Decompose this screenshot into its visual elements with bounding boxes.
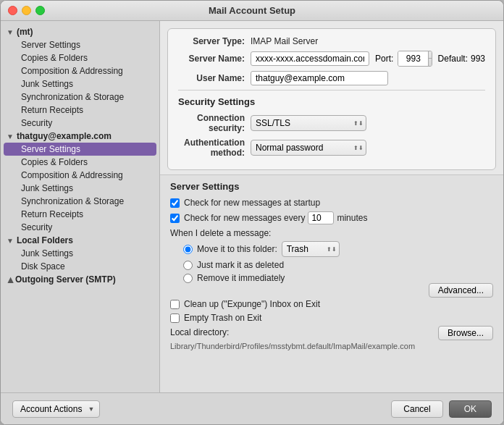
port-label: Port: bbox=[375, 54, 393, 64]
just-mark-deleted-row: Just mark it as deleted bbox=[183, 260, 493, 270]
sidebar-account-mt[interactable]: ▼ (mt) bbox=[1, 25, 159, 38]
main-window: Mail Account Setup ▼ (mt) Server Setting… bbox=[0, 0, 504, 425]
check-new-startup-checkbox[interactable] bbox=[170, 198, 180, 208]
check-new-every-label: Check for new messages every bbox=[184, 213, 305, 223]
sidebar-item-thatguy-return-receipts[interactable]: Return Receipts bbox=[1, 208, 159, 221]
connection-security-select[interactable]: SSL/TLS bbox=[251, 115, 366, 131]
auth-method-select[interactable]: Normal password bbox=[251, 140, 366, 156]
trash-folder-select[interactable]: Trash bbox=[282, 241, 340, 257]
remove-immediately-label: Remove it immediately bbox=[197, 273, 285, 283]
browse-button[interactable]: Browse... bbox=[438, 326, 493, 340]
check-interval-input[interactable] bbox=[308, 211, 334, 224]
sidebar-item-mt-junk[interactable]: Junk Settings bbox=[1, 77, 159, 91]
connection-security-label: Connection security: bbox=[178, 113, 251, 133]
username-label: User Name: bbox=[178, 73, 251, 83]
account-actions-wrap: Account Actions bbox=[12, 400, 100, 418]
delete-message-label: When I delete a message: bbox=[170, 228, 493, 238]
connection-security-wrap: SSL/TLS bbox=[251, 115, 366, 131]
local-directory-path: Library/Thunderbird/Profiles/msstybmt.de… bbox=[170, 342, 493, 350]
port-spinner: ▲ ▼ bbox=[429, 51, 432, 66]
clean-up-checkbox[interactable] bbox=[170, 300, 180, 309]
move-to-folder-radio[interactable] bbox=[183, 245, 193, 254]
sidebar-item-mt-copies-folders[interactable]: Copies & Folders bbox=[1, 51, 159, 64]
server-type-value: IMAP Mail Server bbox=[251, 36, 318, 46]
local-dir-section: Local directory: Browse... Library/Thund… bbox=[170, 327, 493, 350]
sidebar-item-local-disk-space[interactable]: Disk Space bbox=[1, 260, 159, 273]
ok-button[interactable]: OK bbox=[449, 400, 492, 418]
clean-up-label: Clean up ("Expunge") Inbox on Exit bbox=[184, 299, 320, 309]
close-button[interactable] bbox=[8, 6, 17, 15]
server-name-label: Server Name: bbox=[178, 54, 251, 64]
account-actions-button[interactable]: Account Actions bbox=[12, 400, 100, 418]
sidebar-item-mt-server-settings[interactable]: Server Settings bbox=[1, 38, 159, 51]
sidebar-item-thatguy-server-settings[interactable]: Server Settings bbox=[4, 143, 156, 156]
empty-trash-label: Empty Trash on Exit bbox=[184, 313, 261, 323]
maximize-button[interactable] bbox=[35, 6, 45, 15]
port-down-button[interactable]: ▼ bbox=[429, 59, 432, 66]
security-settings-title: Security Settings bbox=[178, 90, 485, 107]
main-content: Server Type: IMAP Mail Server Server Nam… bbox=[160, 21, 503, 392]
trash-select-wrap: Trash bbox=[282, 241, 340, 257]
sidebar-item-thatguy-security[interactable]: Security bbox=[1, 221, 159, 234]
footer-buttons: Cancel OK bbox=[391, 400, 492, 418]
arrow-icon-2: ▼ bbox=[7, 132, 14, 140]
arrow-icon-3: ▼ bbox=[7, 237, 14, 245]
port-up-button[interactable]: ▲ bbox=[429, 51, 432, 59]
sidebar-item-mt-sync[interactable]: Synchronization & Storage bbox=[1, 91, 159, 104]
auth-method-label: Authentication method: bbox=[178, 138, 251, 158]
check-new-startup-label: Check for new messages at startup bbox=[184, 198, 320, 208]
local-directory-label: Local directory: bbox=[170, 327, 229, 337]
window-body: ▼ (mt) Server Settings Copies & Folders … bbox=[1, 21, 503, 392]
window-title: Mail Account Setup bbox=[209, 5, 295, 16]
sidebar-account-outgoing[interactable]: ▶ Outgoing Server (SMTP) bbox=[1, 273, 159, 286]
sidebar-item-mt-composition[interactable]: Composition & Addressing bbox=[1, 64, 159, 77]
arrow-icon-4: ▶ bbox=[6, 277, 14, 282]
username-input[interactable] bbox=[251, 71, 388, 85]
just-mark-deleted-radio[interactable] bbox=[183, 261, 193, 270]
sidebar-item-thatguy-junk[interactable]: Junk Settings bbox=[1, 182, 159, 195]
default-value: 993 bbox=[471, 54, 485, 64]
empty-trash-row: Empty Trash on Exit bbox=[170, 313, 493, 323]
sidebar-item-thatguy-copies-folders[interactable]: Copies & Folders bbox=[1, 156, 159, 169]
server-name-row: Server Name: Port: ▲ ▼ Default: 993 bbox=[178, 51, 485, 67]
port-input[interactable] bbox=[398, 51, 429, 66]
move-to-folder-label: Move it to this folder: bbox=[197, 244, 277, 254]
check-new-every-row: Check for new messages every minutes bbox=[170, 211, 493, 224]
empty-trash-checkbox[interactable] bbox=[170, 314, 180, 323]
sidebar-account-local-folders-label: Local Folders bbox=[17, 235, 73, 245]
sidebar-item-local-junk[interactable]: Junk Settings bbox=[1, 247, 159, 260]
advanced-button[interactable]: Advanced... bbox=[429, 283, 493, 298]
username-row: User Name: bbox=[178, 71, 485, 85]
sidebar-item-thatguy-sync[interactable]: Synchronization & Storage bbox=[1, 195, 159, 208]
server-name-input[interactable] bbox=[251, 51, 369, 66]
bottom-section: Server Settings Check for new messages a… bbox=[160, 174, 503, 392]
arrow-icon: ▼ bbox=[7, 28, 14, 36]
check-new-startup-row: Check for new messages at startup bbox=[170, 198, 493, 208]
remove-immediately-radio[interactable] bbox=[183, 274, 193, 283]
sidebar-item-mt-return-receipts[interactable]: Return Receipts bbox=[1, 104, 159, 117]
remove-immediately-row: Remove it immediately bbox=[183, 273, 493, 283]
check-new-every-checkbox[interactable] bbox=[170, 214, 180, 223]
move-to-folder-row: Move it to this folder: Trash bbox=[183, 241, 493, 257]
server-type-label: Server Type: bbox=[178, 36, 251, 46]
minimize-button[interactable] bbox=[22, 6, 31, 15]
sidebar-account-thatguy[interactable]: ▼ thatguy@example.com bbox=[1, 130, 159, 143]
server-settings-title: Server Settings bbox=[170, 181, 493, 192]
title-bar: Mail Account Setup bbox=[1, 1, 503, 21]
server-card: Server Type: IMAP Mail Server Server Nam… bbox=[167, 28, 496, 170]
just-mark-deleted-label: Just mark it as deleted bbox=[197, 260, 284, 270]
sidebar-account-local-folders[interactable]: ▼ Local Folders bbox=[1, 234, 159, 247]
auth-method-wrap: Normal password bbox=[251, 140, 366, 156]
footer: Account Actions Cancel OK bbox=[1, 392, 503, 424]
sidebar-item-mt-security[interactable]: Security bbox=[1, 117, 159, 130]
server-type-row: Server Type: IMAP Mail Server bbox=[178, 36, 485, 46]
minutes-label: minutes bbox=[337, 213, 367, 223]
advanced-btn-row: Advanced... bbox=[170, 286, 493, 298]
default-label: Default: bbox=[438, 54, 468, 64]
sidebar-account-thatguy-label: thatguy@example.com bbox=[17, 131, 112, 141]
sidebar: ▼ (mt) Server Settings Copies & Folders … bbox=[1, 21, 160, 392]
local-dir-header-row: Local directory: Browse... bbox=[170, 327, 493, 340]
window-controls bbox=[8, 6, 45, 15]
cancel-button[interactable]: Cancel bbox=[391, 400, 442, 418]
sidebar-item-thatguy-composition[interactable]: Composition & Addressing bbox=[1, 169, 159, 182]
